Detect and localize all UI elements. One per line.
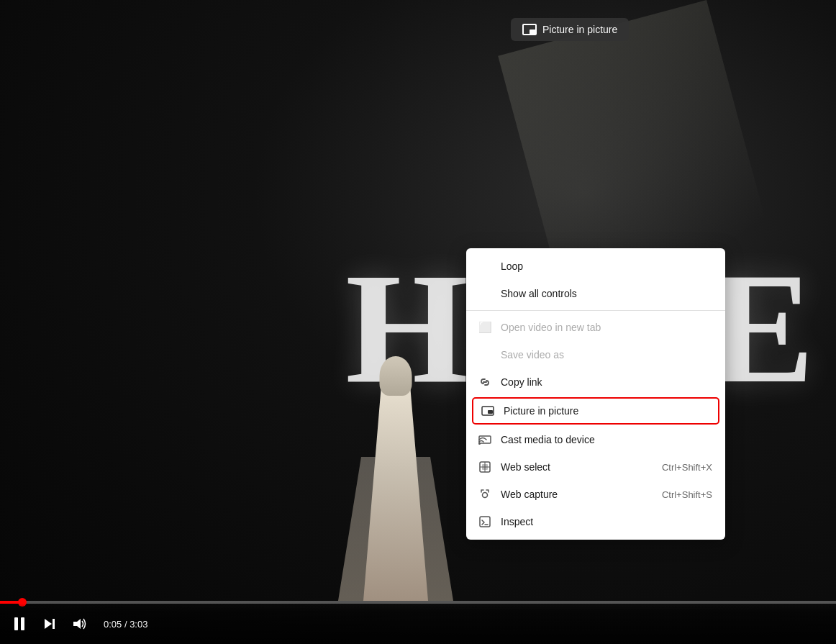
skip-icon	[43, 617, 56, 630]
pip-badge-icon	[522, 24, 537, 35]
pip-icon	[481, 404, 495, 418]
context-menu-save-video[interactable]: Save video as	[466, 341, 725, 368]
context-menu-pip[interactable]: Picture in picture	[472, 397, 719, 425]
open-tab-label: Open video in new tab	[501, 322, 712, 333]
svg-point-7	[478, 443, 481, 445]
cast-label: Cast media to device	[501, 434, 712, 445]
copy-link-icon	[478, 375, 492, 389]
time-display: 0:05 / 3:03	[104, 619, 147, 630]
context-menu-cast[interactable]: Cast media to device	[466, 426, 725, 453]
pause-icon	[14, 617, 27, 630]
divider-1	[466, 310, 725, 311]
context-menu-web-capture[interactable]: Web capture Ctrl+Shift+S	[466, 481, 725, 508]
context-menu-inspect[interactable]: Inspect	[466, 508, 725, 535]
svg-marker-0	[45, 619, 52, 629]
web-capture-label: Web capture	[501, 489, 653, 500]
pip-label: Picture in picture	[504, 405, 711, 417]
loop-label: Loop	[501, 260, 712, 272]
volume-button[interactable]	[69, 614, 91, 633]
svg-rect-13	[480, 517, 490, 527]
save-video-icon	[478, 348, 492, 362]
figure-silhouette	[331, 342, 460, 601]
inspect-icon	[478, 514, 492, 529]
open-tab-icon	[478, 320, 492, 335]
context-menu-copy-link[interactable]: Copy link	[466, 368, 725, 396]
pause-button[interactable]	[12, 614, 30, 633]
web-select-label: Web select	[501, 461, 653, 473]
web-capture-icon	[478, 487, 492, 502]
svg-point-12	[483, 493, 488, 498]
volume-icon	[72, 617, 88, 630]
show-controls-label: Show all controls	[501, 288, 712, 299]
context-menu-show-controls[interactable]: Show all controls	[466, 280, 725, 307]
pip-badge-text: Picture in picture	[542, 24, 617, 35]
pip-tooltip-badge: Picture in picture	[511, 18, 629, 41]
context-menu-loop[interactable]: Loop	[466, 253, 725, 280]
svg-rect-1	[53, 619, 55, 629]
web-select-icon	[478, 460, 492, 474]
context-menu-open-tab[interactable]: Open video in new tab	[466, 314, 725, 341]
svg-rect-5	[488, 410, 493, 414]
copy-link-label: Copy link	[501, 376, 712, 388]
svg-rect-6	[479, 436, 491, 443]
web-capture-shortcut: Ctrl+Shift+S	[662, 489, 712, 500]
web-select-shortcut: Ctrl+Shift+X	[662, 462, 712, 473]
cast-icon	[478, 432, 492, 447]
context-menu-web-select[interactable]: Web select Ctrl+Shift+X	[466, 453, 725, 481]
skip-button[interactable]	[40, 614, 59, 633]
inspect-label: Inspect	[501, 516, 712, 527]
save-video-label: Save video as	[501, 349, 712, 360]
svg-marker-2	[73, 619, 81, 629]
video-controls: 0:05 / 3:03	[0, 604, 836, 644]
loop-icon	[478, 259, 492, 273]
context-menu: Loop Show all controls Open video in new…	[466, 248, 725, 540]
show-controls-icon	[478, 286, 492, 301]
